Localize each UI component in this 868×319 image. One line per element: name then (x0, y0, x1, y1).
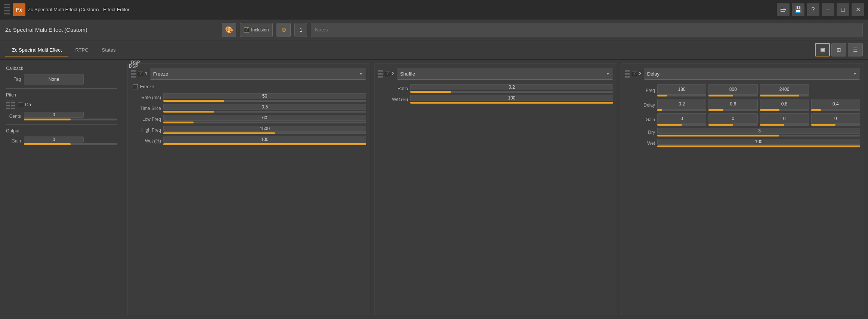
dsp1-wet-input[interactable]: 100 (163, 137, 366, 142)
delay-dry-row: Dry -3 (625, 128, 860, 137)
minimize-button[interactable]: ─ (822, 3, 834, 16)
dsp-panel-2: 2 Shuffle Ratio 0.2 Wet (%) 100 (374, 64, 617, 315)
delay-g4-input[interactable]: 0 (811, 113, 860, 124)
delay-dry-input[interactable]: -3 (657, 128, 860, 134)
close-button[interactable]: ✕ (852, 3, 864, 16)
dsp1-lowfreq-input[interactable]: 60 (163, 115, 366, 121)
freeze-cb-box[interactable] (133, 84, 138, 89)
delay-freq3-slider[interactable] (760, 95, 809, 96)
inclusion-group: Inclusion (240, 23, 273, 37)
delay-d2-input[interactable]: 0.6 (708, 99, 757, 109)
dsp1-select[interactable]: Freeze (150, 68, 366, 80)
delay-wet-input[interactable]: 100 (657, 139, 860, 145)
dsp1-timeslice-input[interactable]: 0.5 (163, 104, 366, 110)
delay-d3-slider[interactable] (760, 109, 809, 111)
single-view-button[interactable]: ▣ (815, 43, 830, 56)
dsp1-highfreq-input[interactable]: 1500 (163, 126, 366, 132)
delay-g2-slider[interactable] (708, 124, 757, 126)
dsp2-wet-slider[interactable] (410, 102, 613, 104)
delay-freq1-slider[interactable] (657, 95, 706, 96)
main-content: Callback Tag None Pitch On Cents 0 (0, 60, 868, 319)
dsp1-lowfreq-slider[interactable] (163, 122, 366, 123)
dsp1-checkbox-label[interactable]: 1 (138, 71, 148, 76)
delay-d1-slider[interactable] (657, 109, 706, 111)
dsp2-ratio-slider[interactable] (410, 91, 613, 93)
palette-button[interactable]: 🎨 (222, 23, 236, 37)
delay-d4-input[interactable]: 0.4 (811, 99, 860, 109)
gain-input[interactable]: 0 (24, 137, 84, 142)
dsp1-rate-slider[interactable] (163, 100, 366, 102)
dsp1-timeslice-label: Time Slice (131, 106, 161, 111)
count-badge: 1 (294, 23, 307, 37)
split-view-button[interactable]: ⊞ (831, 43, 846, 56)
delay-freq-label: Freq (625, 88, 655, 93)
delay-d1-input[interactable]: 0.2 (657, 99, 706, 109)
delay-freq2-input[interactable]: 800 (708, 84, 757, 95)
gain-slider[interactable] (24, 143, 117, 145)
dsp1-highfreq-slider[interactable] (163, 132, 366, 134)
dsp2-ratio-label: Ratio (378, 86, 408, 91)
delay-delay-row: Delay 0.2 0.6 0.8 0.4 (625, 99, 860, 111)
maximize-button[interactable]: □ (837, 3, 849, 16)
dsp3-checkbox-label[interactable]: 3 (632, 71, 642, 76)
tab-rtpc[interactable]: RTPC (68, 44, 95, 56)
project-title: Zc Spectral Multi Effect (Custom) (5, 27, 218, 33)
dsp2-ratio-row: Ratio 0.2 (378, 84, 613, 93)
delay-freq1-input[interactable]: 180 (657, 84, 706, 95)
cents-slider[interactable] (24, 119, 117, 120)
delay-freq2-slider[interactable] (708, 95, 757, 96)
delay-d2-slider[interactable] (708, 109, 757, 111)
delay-g3-slider[interactable] (760, 124, 809, 126)
freeze-checkbox-row: Freeze (131, 84, 366, 89)
help-button[interactable]: ? (807, 3, 819, 16)
tab-bar: Zc Spectral Multi Effect RTPC States ▣ ⊞… (0, 40, 868, 60)
inclusion-checkbox[interactable] (244, 27, 249, 33)
dsp3-select[interactable]: Delay (644, 68, 860, 80)
dsp1-rate-input[interactable]: 50 (163, 93, 366, 99)
list-view-button[interactable]: ☰ (848, 43, 863, 56)
dsp1-wet-slider[interactable] (163, 143, 366, 145)
delay-g1-input[interactable]: 0 (657, 113, 706, 124)
gain-block: 0 (24, 137, 117, 145)
save-button[interactable]: 💾 (792, 3, 804, 16)
dsp2-select[interactable]: Shuffle (397, 68, 613, 80)
dsp2-checkbox[interactable] (385, 71, 390, 76)
delay-g2-input[interactable]: 0 (708, 113, 757, 124)
pitch-on-label[interactable]: On (18, 102, 31, 107)
delay-freq3-input[interactable]: 2400 (760, 84, 809, 95)
delay-d4-slider[interactable] (811, 109, 860, 111)
dsp2-checkbox-label[interactable]: 2 (385, 71, 395, 76)
share-button[interactable]: ⊕ (277, 23, 291, 37)
delay-dry-slider[interactable] (657, 135, 860, 137)
delay-wet-slider[interactable] (657, 145, 860, 147)
tab-states[interactable]: States (95, 44, 123, 56)
dsp1-timeslice-slider[interactable] (163, 111, 366, 113)
delay-g4-block: 0 (811, 113, 860, 126)
fx-icon: Fx (13, 3, 25, 16)
pitch-on-checkbox[interactable] (18, 102, 23, 107)
delay-wet-block: 100 (657, 139, 860, 147)
cents-input[interactable]: 0 (24, 112, 84, 118)
notes-field[interactable]: Notes (311, 23, 863, 37)
folder-button[interactable]: 🗁 (777, 3, 790, 16)
delay-d3-input[interactable]: 0.8 (760, 99, 809, 109)
dsp-area: DSP 1 Freeze Freeze Rate (ms) 50 (123, 60, 868, 319)
dsp2-ratio-input[interactable]: 0.2 (410, 84, 613, 90)
dsp1-wet-label: Wet (%) (131, 138, 161, 144)
delay-g4-slider[interactable] (811, 124, 860, 126)
inclusion-checkbox-label[interactable]: Inclusion (244, 27, 269, 33)
dsp3-checkbox[interactable] (632, 71, 637, 76)
delay-g1-slider[interactable] (657, 124, 706, 126)
tab-spectral[interactable]: Zc Spectral Multi Effect (5, 44, 68, 56)
dsp1-checkbox[interactable] (138, 71, 143, 76)
delay-g3-input[interactable]: 0 (760, 113, 809, 124)
dsp1-rate-row: Rate (ms) 50 (131, 93, 366, 102)
dsp2-wet-input[interactable]: 100 (410, 95, 613, 101)
callback-label: Callback (6, 66, 117, 71)
tag-input[interactable]: None (24, 74, 84, 85)
tag-row: Tag None (6, 74, 117, 85)
delay-gain-label: Gain (625, 117, 655, 122)
gain-label: Gain (6, 138, 21, 144)
dsp-header-3: 3 Delay (625, 68, 860, 80)
dsp3-effect: Delay (647, 71, 660, 77)
